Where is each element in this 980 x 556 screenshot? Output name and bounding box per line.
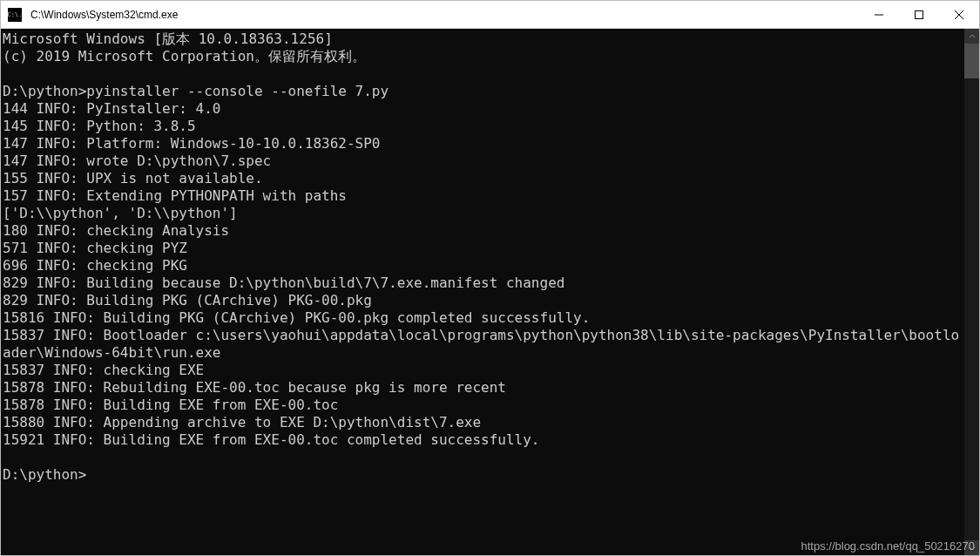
window-title: C:\Windows\System32\cmd.exe	[29, 9, 859, 21]
scroll-up-arrow[interactable]	[964, 29, 979, 44]
close-icon	[955, 10, 963, 19]
window-controls	[859, 1, 979, 28]
close-button[interactable]	[939, 1, 979, 28]
vertical-scrollbar[interactable]	[964, 29, 979, 555]
watermark-text: https://blog.csdn.net/qq_50216270	[801, 539, 976, 553]
minimize-button[interactable]	[859, 1, 899, 28]
cmd-window: C:\. C:\Windows\System32\cmd.exe Microso…	[0, 0, 980, 556]
scroll-track[interactable]	[964, 44, 979, 540]
minimize-icon	[875, 10, 883, 19]
svg-rect-1	[916, 10, 923, 18]
titlebar[interactable]: C:\. C:\Windows\System32\cmd.exe	[1, 1, 979, 29]
app-icon: C:\.	[8, 8, 22, 22]
scroll-thumb[interactable]	[964, 44, 979, 78]
maximize-button[interactable]	[899, 1, 939, 28]
maximize-icon	[915, 10, 923, 19]
terminal-output[interactable]: Microsoft Windows [版本 10.0.18363.1256] (…	[1, 29, 964, 555]
terminal-area: Microsoft Windows [版本 10.0.18363.1256] (…	[1, 29, 979, 555]
chevron-up-icon	[969, 33, 976, 40]
